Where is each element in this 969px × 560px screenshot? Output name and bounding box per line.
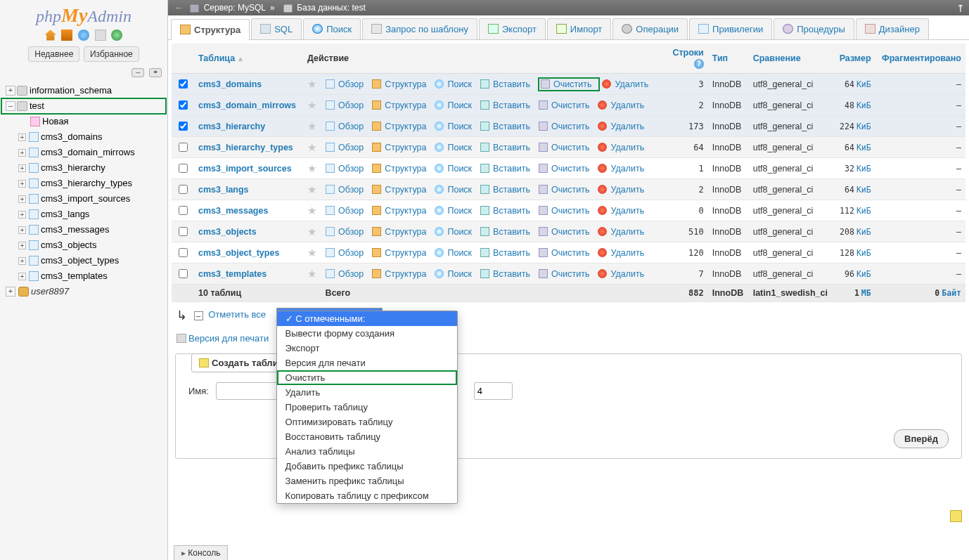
tree-user-label[interactable]: user8897	[31, 286, 69, 297]
tree-table[interactable]: +cms3_templates	[1, 268, 166, 284]
browse-link[interactable]: Обзор	[338, 269, 364, 279]
structure-link[interactable]: Структура	[385, 269, 426, 279]
tree-item-label[interactable]: cms3_hierarchy_types	[41, 178, 132, 188]
tab-структура[interactable]: Структура	[171, 19, 250, 40]
drop-link[interactable]: Удалить	[610, 100, 644, 110]
tab-импорт[interactable]: Импорт	[547, 18, 611, 39]
empty-link[interactable]: Очистить	[553, 79, 591, 89]
table-name-link[interactable]: cms3_domains	[198, 79, 262, 89]
tree-db-label[interactable]: information_schema	[30, 85, 112, 96]
search-link[interactable]: Поиск	[447, 164, 472, 174]
tree-item-label[interactable]: cms3_domain_mirrows	[41, 147, 135, 157]
search-link[interactable]: Поиск	[447, 185, 472, 195]
insert-link[interactable]: Вставить	[493, 248, 530, 258]
size-unit[interactable]: КиБ	[856, 79, 871, 89]
size-unit[interactable]: Байт	[942, 288, 961, 298]
favorite-icon[interactable]: ★	[307, 183, 316, 195]
menu-item[interactable]: Вывести форму создания	[277, 326, 457, 341]
tab-sql[interactable]: SQL	[251, 18, 302, 39]
expand-icon[interactable]: +	[18, 134, 26, 141]
tree-new-table[interactable]: Новая	[1, 114, 166, 129]
tab-процедуры[interactable]: Процедуры	[774, 18, 854, 39]
tree-table[interactable]: +cms3_domains	[1, 129, 166, 145]
tree-item-label[interactable]: cms3_templates	[41, 271, 108, 281]
size-unit[interactable]: КиБ	[856, 269, 871, 279]
server-link[interactable]: MySQL	[238, 3, 266, 13]
logo[interactable]: phpMyAdmin	[0, 0, 167, 27]
favorite-icon[interactable]: ★	[307, 268, 316, 280]
columns-count-input[interactable]	[474, 382, 513, 400]
menu-item[interactable]: Оптимизировать таблицу	[277, 415, 457, 429]
drop-link[interactable]: Удалить	[610, 206, 644, 216]
insert-link[interactable]: Вставить	[493, 206, 530, 216]
size-unit[interactable]: КиБ	[856, 100, 871, 110]
structure-link[interactable]: Структура	[385, 79, 426, 89]
tree-table[interactable]: +cms3_hierarchy	[1, 160, 166, 176]
console-toggle[interactable]: Консоль	[174, 545, 228, 560]
expand-icon[interactable]: +	[18, 226, 26, 234]
row-checkbox[interactable]	[179, 122, 188, 131]
row-checkbox[interactable]	[179, 100, 188, 110]
drop-link[interactable]: Удалить	[610, 269, 644, 279]
col-size[interactable]: Размер	[840, 53, 871, 63]
tree-item-label[interactable]: cms3_object_types	[41, 255, 119, 266]
row-checkbox[interactable]	[179, 185, 188, 194]
empty-link[interactable]: Очистить	[551, 227, 589, 237]
insert-link[interactable]: Вставить	[493, 100, 530, 110]
tree-table[interactable]: +cms3_messages	[1, 222, 166, 237]
tab-дизайнер[interactable]: Дизайнер	[856, 18, 929, 39]
table-name-link[interactable]: cms3_object_types	[198, 248, 279, 258]
menu-item[interactable]: ✓ С отмеченными:	[277, 311, 457, 326]
favorite-icon[interactable]: ★	[307, 120, 316, 132]
favorite-icon[interactable]: ★	[307, 247, 316, 259]
favorite-icon[interactable]: ★	[307, 226, 316, 237]
expand-icon[interactable]: +	[18, 257, 26, 265]
size-unit[interactable]: КиБ	[856, 227, 871, 237]
docs-icon[interactable]	[78, 30, 89, 41]
tree-table[interactable]: +cms3_objects	[1, 237, 166, 253]
size-unit[interactable]: МБ	[861, 288, 871, 298]
table-name-link[interactable]: cms3_domain_mirrows	[198, 100, 296, 110]
bookmark-icon[interactable]	[950, 510, 962, 522]
db-link[interactable]: test	[352, 3, 365, 13]
browse-link[interactable]: Обзор	[338, 143, 364, 152]
search-link[interactable]: Поиск	[447, 227, 472, 237]
menu-item[interactable]: Заменить префикс таблицы	[277, 474, 457, 488]
table-name-link[interactable]: cms3_objects	[198, 227, 257, 237]
home-icon[interactable]	[45, 30, 56, 41]
table-name-link[interactable]: cms3_messages	[198, 206, 268, 216]
tab-привилегии[interactable]: Привилегии	[689, 18, 772, 39]
empty-link[interactable]: Очистить	[551, 100, 589, 110]
row-checkbox[interactable]	[179, 227, 188, 236]
drop-link[interactable]: Удалить	[615, 79, 648, 89]
tree-item-label[interactable]: cms3_messages	[41, 224, 110, 235]
tree-db[interactable]: +information_schema	[1, 83, 166, 98]
drop-link[interactable]: Удалить	[610, 185, 644, 195]
help-icon[interactable]: ?	[694, 59, 704, 69]
browse-link[interactable]: Обзор	[338, 100, 364, 110]
table-name-link[interactable]: cms3_import_sources	[198, 164, 292, 174]
empty-link[interactable]: Очистить	[551, 185, 589, 195]
tree-table[interactable]: +cms3_langs	[1, 207, 166, 222]
insert-link[interactable]: Вставить	[493, 185, 530, 195]
sql-query-icon[interactable]	[95, 30, 106, 41]
table-name-link[interactable]: cms3_templates	[198, 269, 267, 279]
drop-link[interactable]: Удалить	[610, 164, 644, 174]
browse-link[interactable]: Обзор	[338, 248, 364, 258]
browse-link[interactable]: Обзор	[338, 227, 364, 237]
drop-link[interactable]: Удалить	[610, 227, 644, 237]
menu-item[interactable]: Экспорт	[277, 341, 457, 356]
row-checkbox[interactable]	[179, 79, 188, 89]
menu-item[interactable]: Очистить	[277, 370, 457, 385]
tab-поиск[interactable]: Поиск	[303, 18, 361, 39]
tab-операции[interactable]: Операции	[612, 18, 688, 39]
structure-link[interactable]: Структура	[385, 206, 426, 216]
tree-table[interactable]: +cms3_import_sources	[1, 191, 166, 207]
nav-recent[interactable]: Недавнее	[28, 46, 79, 62]
col-table[interactable]: Таблица	[198, 53, 235, 63]
size-unit[interactable]: КиБ	[856, 206, 871, 216]
menu-item[interactable]: Версия для печати	[277, 356, 457, 370]
drop-link[interactable]: Удалить	[610, 143, 644, 152]
tree-table[interactable]: +cms3_domain_mirrows	[1, 145, 166, 160]
tree-item-label[interactable]: cms3_objects	[41, 240, 96, 250]
